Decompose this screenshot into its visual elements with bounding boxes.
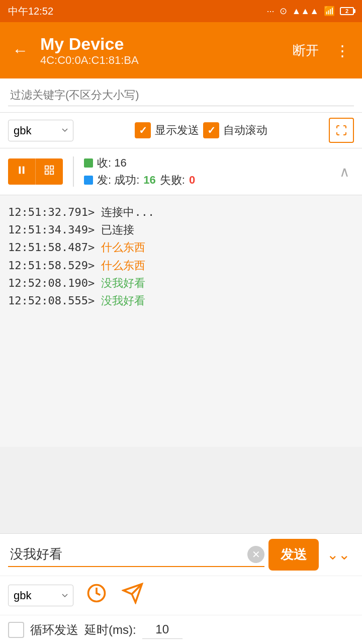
log-line: 12:51:58.529> 什么东西	[8, 257, 354, 274]
fail-label: 失败:	[160, 173, 185, 188]
auto-scroll-checkbox[interactable]	[203, 122, 219, 138]
svg-rect-3	[50, 166, 53, 169]
svg-rect-5	[45, 171, 48, 174]
auto-scroll-checkbox-item: 自动滚动	[203, 122, 267, 138]
signal-icon: ···	[267, 6, 275, 17]
bottom-controls: gbk utf-8 ascii	[0, 576, 362, 615]
back-button[interactable]: ←	[8, 37, 32, 64]
loop-bar: 循环发送 延时(ms):	[0, 615, 362, 644]
disconnect-button[interactable]: 断开	[289, 40, 323, 61]
auto-scroll-label: 自动滚动	[223, 123, 267, 138]
filter-bar	[0, 78, 362, 113]
send-quick-button[interactable]	[120, 580, 146, 611]
expand-button[interactable]: ⌄⌄	[323, 542, 354, 567]
status-time: 中午12:52	[8, 5, 53, 18]
loop-label: 循环发送	[30, 622, 78, 638]
log-line: 12:51:58.487> 什么东西	[8, 238, 354, 256]
more-options-button[interactable]: ⋮	[331, 40, 354, 61]
fullscreen-button[interactable]	[329, 118, 354, 143]
send-label: 发: 成功:	[97, 173, 139, 188]
send-bar: ✕ 发送 ⌄⌄	[0, 534, 362, 576]
bottom-area: ✕ 发送 ⌄⌄ gbk utf-8 ascii 循环发送 延时(ms):	[0, 533, 362, 644]
send-stats-row: 发: 成功: 16 失败: 0	[84, 173, 329, 188]
bluetooth-icon: ⊙	[280, 6, 287, 17]
history-button[interactable]	[83, 580, 110, 611]
send-indicator	[84, 176, 93, 185]
log-line: 12:51:32.791> 连接中...	[8, 203, 354, 221]
battery-icon: 2	[340, 7, 354, 15]
collapse-button[interactable]: ∧	[335, 159, 354, 184]
app-bar-actions: 断开 ⋮	[289, 40, 354, 61]
svg-rect-4	[50, 171, 53, 174]
stats-bar: 收: 16 发: 成功: 16 失败: 0 ∧	[0, 148, 362, 195]
show-send-checkbox-item: 显示发送	[135, 122, 199, 138]
control-buttons	[8, 158, 63, 185]
delay-label: 延时(ms):	[84, 622, 136, 638]
send-success: 16	[143, 174, 155, 187]
svg-rect-1	[23, 167, 25, 174]
clear-button[interactable]	[36, 158, 63, 185]
log-line: 12:51:34.349> 已连接	[8, 221, 354, 238]
stats-divider	[73, 156, 74, 187]
checkbox-group: 显示发送 自动滚动	[81, 122, 321, 138]
status-icons: ··· ⊙ ▲▲▲ 📶 2	[267, 6, 354, 17]
encoding-select-bottom[interactable]: gbk utf-8 ascii	[8, 585, 73, 606]
log-area: 12:51:32.791> 连接中...12:51:34.349> 已连接12:…	[0, 195, 362, 447]
send-button[interactable]: 发送	[268, 539, 319, 571]
cellular-icon: ▲▲▲	[292, 6, 319, 17]
receive-indicator	[84, 158, 93, 168]
wifi-icon: 📶	[324, 6, 335, 17]
log-line: 12:52:08.190> 没我好看	[8, 274, 354, 292]
app-bar-title: My Device 4C:C0:0A:C1:81:BA	[40, 34, 281, 67]
filter-input[interactable]	[8, 85, 354, 106]
status-bar: 中午12:52 ··· ⊙ ▲▲▲ 📶 2	[0, 0, 362, 22]
receive-stats-row: 收: 16	[84, 155, 329, 171]
show-send-label: 显示发送	[155, 123, 199, 138]
send-input-wrap: ✕	[8, 542, 264, 567]
stats-info: 收: 16 发: 成功: 16 失败: 0	[84, 153, 329, 190]
app-bar: ← My Device 4C:C0:0A:C1:81:BA 断开 ⋮	[0, 22, 362, 78]
device-mac: 4C:C0:0A:C1:81:BA	[40, 54, 281, 67]
device-name: My Device	[40, 34, 281, 54]
loop-checkbox[interactable]	[8, 622, 24, 638]
send-input[interactable]	[8, 542, 247, 566]
encoding-select-top[interactable]: gbk utf-8 ascii	[8, 120, 73, 141]
svg-rect-0	[19, 167, 21, 174]
clear-input-button[interactable]: ✕	[247, 546, 264, 563]
log-line: 12:52:08.555> 没我好看	[8, 292, 354, 309]
receive-stats: 收: 16	[97, 155, 127, 171]
show-send-checkbox[interactable]	[135, 122, 151, 138]
pause-button[interactable]	[8, 158, 36, 185]
controls-bar: gbk utf-8 ascii 显示发送 自动滚动	[0, 113, 362, 148]
delay-input[interactable]	[142, 620, 183, 639]
send-fail: 0	[189, 174, 195, 187]
svg-rect-2	[45, 166, 48, 169]
